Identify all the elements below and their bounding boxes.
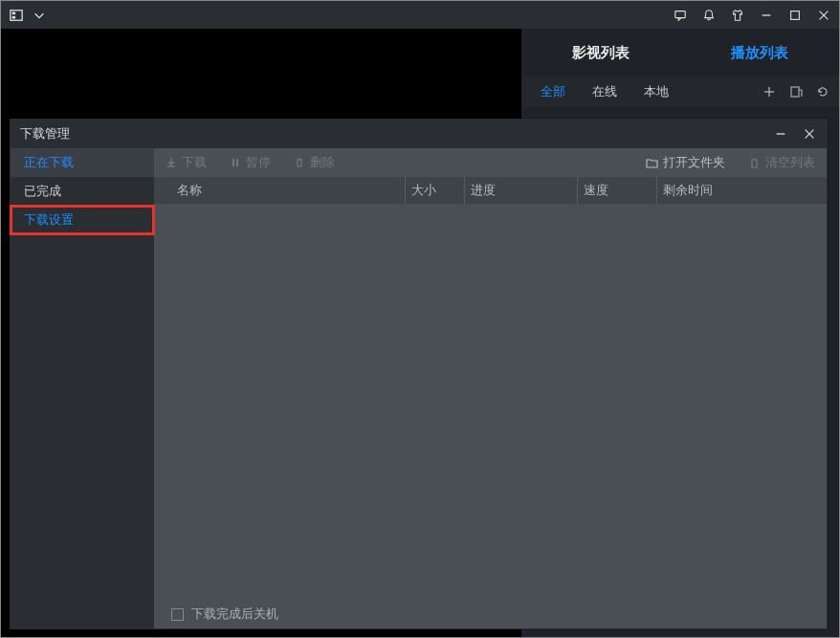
dlm-close-icon[interactable]: [802, 126, 817, 142]
toolbar-clear-list-label: 清空列表: [765, 154, 815, 171]
svg-rect-0: [11, 10, 22, 20]
maximize-icon[interactable]: [787, 8, 803, 23]
header-remain[interactable]: 剩余时间: [656, 177, 827, 204]
filter-local[interactable]: 本地: [634, 79, 678, 104]
shutdown-checkbox[interactable]: [171, 608, 184, 621]
filter-row: 全部 在线 本地: [521, 77, 839, 107]
toolbar-open-folder-label: 打开文件夹: [663, 154, 725, 171]
dlm-sidebar: 正在下载 已完成 下载设置: [11, 148, 154, 628]
sidebar-item-label: 正在下载: [24, 154, 74, 171]
toolbar-download-label: 下载: [182, 154, 207, 171]
dlm-content: 下载 暂停 删除 打开文件夹 清空列表: [154, 148, 827, 628]
header-size[interactable]: 大小: [405, 177, 464, 204]
close-icon[interactable]: [816, 8, 831, 23]
dlm-minimize-icon[interactable]: [773, 126, 788, 142]
refresh-icon[interactable]: [816, 85, 829, 99]
dropdown-icon[interactable]: [32, 8, 47, 23]
skin-icon[interactable]: [730, 8, 745, 23]
notification-icon[interactable]: [701, 8, 717, 23]
dlm-download-list: [154, 204, 827, 600]
toolbar-download-button[interactable]: 下载: [166, 154, 207, 171]
app-titlebar: [0, 0, 840, 29]
add-icon[interactable]: [763, 85, 776, 99]
filter-all[interactable]: 全部: [531, 79, 575, 104]
toolbar-pause-button[interactable]: 暂停: [230, 154, 271, 171]
svg-rect-2: [12, 15, 16, 18]
sidebar-item-label: 下载设置: [24, 211, 74, 229]
tab-video-list[interactable]: 影视列表: [521, 29, 680, 77]
dlm-column-headers: 名称 大小 进度 速度 剩余时间: [154, 177, 827, 204]
sidebar-item-label: 已完成: [24, 183, 61, 200]
toolbar-delete-button[interactable]: 删除: [294, 154, 335, 171]
tab-play-list[interactable]: 播放列表: [680, 29, 839, 77]
toolbar-open-folder-button[interactable]: 打开文件夹: [646, 154, 725, 171]
dlm-toolbar: 下载 暂停 删除 打开文件夹 清空列表: [154, 148, 827, 177]
toolbar-pause-label: 暂停: [246, 154, 271, 171]
download-manager-window: 下载管理 正在下载 已完成 下载设置: [10, 119, 828, 629]
header-progress[interactable]: 进度: [464, 177, 577, 204]
minimize-icon[interactable]: [759, 8, 774, 23]
import-icon[interactable]: [789, 85, 803, 99]
dlm-titlebar[interactable]: 下载管理: [11, 120, 827, 148]
header-speed[interactable]: 速度: [577, 177, 656, 204]
dlm-footer: 下载完成后关机: [154, 600, 827, 628]
toolbar-clear-list-button[interactable]: 清空列表: [748, 154, 815, 171]
sidebar-item-settings[interactable]: 下载设置: [11, 206, 154, 234]
sidebar-item-completed[interactable]: 已完成: [11, 177, 154, 206]
app-logo-icon: [9, 8, 24, 23]
svg-rect-1: [12, 11, 16, 14]
shutdown-label: 下载完成后关机: [191, 605, 278, 623]
filter-online[interactable]: 在线: [583, 79, 627, 104]
dlm-title-text: 下载管理: [20, 125, 70, 143]
sidebar-item-downloading[interactable]: 正在下载: [11, 148, 154, 177]
tab-play-list-label: 播放列表: [731, 44, 788, 62]
chat-icon[interactable]: [673, 8, 688, 23]
svg-rect-3: [675, 11, 686, 17]
toolbar-delete-label: 删除: [310, 154, 335, 171]
header-name[interactable]: 名称: [154, 177, 405, 204]
svg-rect-10: [791, 87, 799, 97]
tab-video-list-label: 影视列表: [572, 44, 630, 62]
svg-rect-5: [791, 11, 800, 19]
